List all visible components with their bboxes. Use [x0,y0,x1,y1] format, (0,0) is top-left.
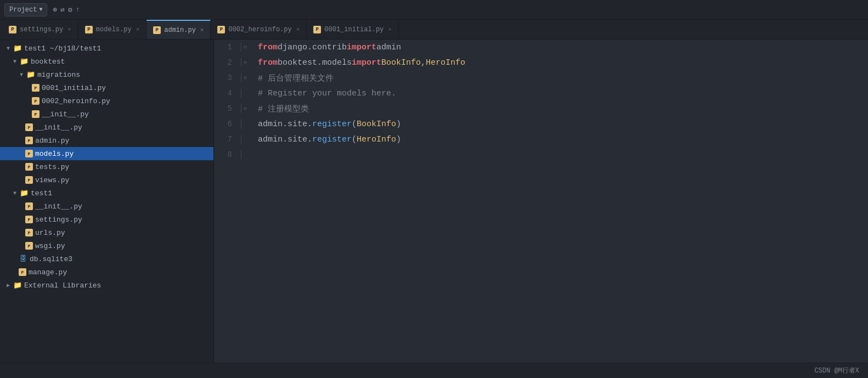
tree-item-label: 0001_initial.py [42,84,106,92]
code-token: HeroInfo [357,135,396,144]
tree-item[interactable]: ▼📁migrations [0,68,213,81]
tree-file-icon: 📁 [26,70,35,79]
line-content: # Register your models here. [249,89,868,98]
tree-item[interactable]: P__init__.py [0,108,213,121]
line-content: # 注册模型类 [249,104,868,114]
top-bar: Project ▼ ⊕ ⇄ ⚙ ↑ [0,0,868,20]
code-token: BookInfo [357,120,396,129]
tree-item[interactable]: 🗄db.sqlite3 [0,252,213,266]
line-number: 2 [214,58,241,67]
tab-file-icon: P [313,26,321,33]
code-token: ) [396,135,401,144]
tree-item[interactable]: P__init__.py [0,200,213,213]
tab-models[interactable]: Pmodels.py× [78,20,146,40]
tree-item[interactable]: Psettings.py [0,213,213,226]
tree-item[interactable]: Purls.py [0,226,213,239]
tab-heroinfo[interactable]: P0002_heroinfo.py× [211,20,307,40]
code-line: 1⊖from django.contrib import admin [214,40,868,55]
tab-file-icon: P [9,26,16,33]
code-token: . [307,120,312,129]
tree-item-label: models.py [35,150,74,158]
line-content: from booktest.models import BookInfo,Her… [249,58,868,67]
tree-item-label: booktest [31,58,65,66]
tree-file-icon: 📁 [13,281,22,290]
tree-item[interactable]: Pmanage.py [0,266,213,279]
code-token: import [347,43,376,52]
tab-bar: Psettings.py×Pmodels.py×Padmin.py×P0002_… [0,20,868,40]
tree-item-label: manage.py [29,268,67,277]
tab-file-icon: P [217,26,225,33]
code-token: ) [396,120,401,129]
upload-icon[interactable]: ↑ [76,5,80,14]
tree-file-icon: P [25,150,33,157]
line-fold-icon[interactable]: ⊖ [241,59,249,66]
sync-icon[interactable]: ⇄ [60,5,65,14]
tree-file-icon: P [25,163,33,171]
tree-file-icon: P [25,176,33,184]
tree-file-icon: P [25,202,33,210]
add-icon[interactable]: ⊕ [53,5,57,14]
tree-arrow-icon: ▼ [4,46,12,52]
tab-file-icon: P [153,26,161,34]
tree-item-label: __init__.py [35,123,82,132]
tree-arrow-icon: ▼ [11,59,19,65]
code-editor[interactable]: 1⊖from django.contrib import admin2⊖from… [214,40,868,363]
tree-item-label: db.sqlite3 [30,255,72,263]
code-token: site [288,135,307,144]
tree-item[interactable]: Ptests.py [0,160,213,173]
tab-close-icon[interactable]: × [296,26,300,33]
line-number: 4 [214,89,241,98]
code-line: 2⊖from booktest.models import BookInfo,H… [214,55,868,70]
tree-item[interactable]: Padmin.py [0,134,213,147]
code-token: . [283,120,288,129]
tree-item[interactable]: P0001_initial.py [0,81,213,94]
tree-item-label: views.py [35,176,69,184]
tab-close-icon[interactable]: × [200,27,204,33]
tab-initial[interactable]: P0001_initial.py× [307,20,399,40]
tab-close-icon[interactable]: × [136,26,140,33]
project-selector[interactable]: Project ▼ [4,3,47,16]
code-line: 3⊖# 后台管理相关文件 [214,70,868,86]
code-token: register [312,135,352,144]
code-token: # 注册模型类 [258,104,309,114]
tree-item[interactable]: Pviews.py [0,173,213,187]
line-fold-icon[interactable]: ⊖ [241,75,249,81]
line-fold-icon[interactable]: ⊖ [241,44,249,50]
line-fold-icon[interactable]: ⊖ [241,105,249,112]
tree-item[interactable]: Pmodels.py [0,147,213,160]
tree-item[interactable]: ▼📁test1 [0,187,213,200]
line-number: 3 [214,74,241,82]
tree-item-label: wsgi.py [35,242,65,250]
tree-item[interactable]: ▶📁External Libraries [0,279,213,292]
settings-icon[interactable]: ⚙ [68,5,72,14]
tab-settings[interactable]: Psettings.py× [2,20,78,40]
line-content: # 后台管理相关文件 [249,73,868,83]
tree-item[interactable]: P0002_heroinfo.py [0,94,213,108]
tab-admin[interactable]: Padmin.py× [146,20,211,40]
tab-close-icon[interactable]: × [67,26,71,33]
tab-label: 0001_initial.py [324,26,384,33]
tree-item-label: 0002_heroinfo.py [42,97,110,105]
tree-file-icon: P [25,137,33,144]
tab-close-icon[interactable]: × [388,26,392,33]
line-content: admin.site.register(BookInfo) [249,120,868,129]
code-token: HeroInfo [426,58,465,67]
tab-label: admin.py [164,26,196,34]
code-token: booktest.models [278,58,352,67]
tree-item[interactable]: ▼📁booktest [0,55,213,68]
tree-item-label: tests.py [35,163,69,171]
code-token: # Register your models here. [258,89,396,98]
tree-item[interactable]: Pwsgi.py [0,239,213,252]
tree-item-label: __init__.py [42,110,89,119]
tree-item[interactable]: ▼📁test1 ~/bj18/test1 [0,42,213,55]
tree-item-label: __init__.py [35,202,82,211]
tree-file-icon: P [25,242,33,250]
line-number: 6 [214,120,241,128]
code-token: from [258,43,278,52]
tree-arrow-icon: ▼ [18,72,25,78]
code-token: import [352,58,381,67]
code-token: admin [258,135,283,144]
code-token: ( [352,120,357,129]
tree-item[interactable]: P__init__.py [0,121,213,134]
tree-file-icon: 📁 [13,44,22,53]
